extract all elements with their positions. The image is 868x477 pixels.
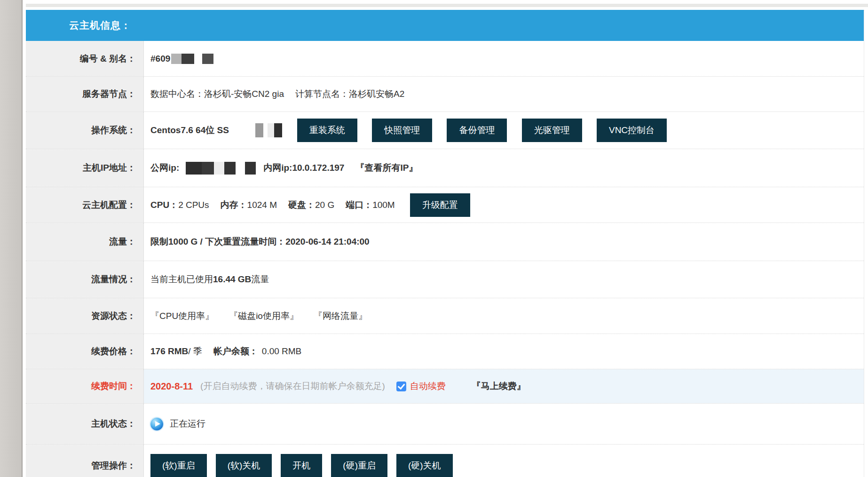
disk-label: 硬盘： bbox=[288, 199, 315, 211]
row-host-status: 主机状态： 正在运行 bbox=[26, 404, 864, 445]
traffic-limit-value: 限制1000 G / 下次重置流量时间：2020-06-14 21:04:00 bbox=[150, 236, 370, 248]
power-on-button[interactable]: 开机 bbox=[281, 454, 322, 477]
snapshot-manage-button[interactable]: 快照管理 bbox=[372, 119, 432, 142]
reinstall-system-button[interactable]: 重装系统 bbox=[297, 119, 357, 142]
row-renew-price: 续费价格： 176 RMB / 季 帐户余额： 0.00 RMB bbox=[26, 334, 864, 369]
host-status-value: 正在运行 bbox=[170, 418, 205, 430]
usage-prefix: 当前主机已使用 bbox=[150, 273, 213, 286]
row-server-node: 服务器节点： 数据中心名： 洛杉矶-安畅CN2 gia 计算节点名： 洛杉矶安畅… bbox=[26, 77, 864, 112]
row-label-host-status: 主机状态： bbox=[26, 404, 144, 444]
public-ip-label: 公网ip: bbox=[150, 162, 179, 174]
row-label-server-node: 服务器节点： bbox=[26, 77, 144, 111]
redacted-block bbox=[214, 162, 224, 175]
cpu-usage-link[interactable]: 『CPU使用率』 bbox=[150, 310, 214, 322]
usage-suffix: 流量 bbox=[251, 273, 269, 286]
disk-io-usage-link[interactable]: 『磁盘io使用率』 bbox=[229, 310, 299, 322]
auto-renew-checkbox[interactable] bbox=[396, 382, 406, 391]
row-label-id-alias: 编号 & 别名： bbox=[26, 41, 144, 76]
port-value: 100M bbox=[372, 200, 395, 210]
row-traffic: 流量： 限制1000 G / 下次重置流量时间：2020-06-14 21:04… bbox=[26, 223, 864, 261]
backup-manage-button[interactable]: 备份管理 bbox=[447, 119, 507, 142]
datacenter-value: 洛杉矶-安畅CN2 gia bbox=[204, 88, 284, 100]
cdrom-manage-button[interactable]: 光驱管理 bbox=[522, 119, 582, 142]
redacted-block bbox=[181, 54, 194, 64]
memory-value: 1024 M bbox=[247, 200, 277, 210]
row-renew-time: 续费时间： 2020-8-11 (开启自动续费，请确保在日期前帐户余额充足) 自… bbox=[26, 369, 864, 404]
upgrade-config-button[interactable]: 升级配置 bbox=[410, 193, 470, 217]
cloud-host-panel: 云主机信息： 编号 & 别名： #609 服务器节点： 数据中心名： 洛杉矶-安… bbox=[23, 0, 868, 477]
redacted-block bbox=[268, 123, 274, 137]
row-id-alias: 编号 & 别名： #609 bbox=[26, 41, 864, 77]
auto-renew-note: (开启自动续费，请确保在日期前帐户余额充足) bbox=[200, 380, 385, 392]
row-label-manage-actions: 管理操作： bbox=[26, 445, 144, 477]
view-all-ip-link[interactable]: 『查看所有IP』 bbox=[355, 162, 418, 174]
redacted-block bbox=[245, 162, 256, 175]
row-os: 操作系统： Centos7.6 64位 SS 重装系统 快照管理 备份管理 光驱… bbox=[26, 112, 864, 149]
os-button-group: 重装系统 快照管理 备份管理 光驱管理 VNC控制台 bbox=[297, 119, 679, 142]
hard-shutdown-button[interactable]: (硬)关机 bbox=[396, 454, 453, 477]
host-id: #609 bbox=[150, 54, 170, 64]
row-label-renew-time: 续费时间： bbox=[26, 369, 144, 403]
row-label-os: 操作系统： bbox=[26, 112, 144, 149]
row-label-config: 云主机配置： bbox=[26, 187, 144, 223]
cloud-host-info-table: 云主机信息： 编号 & 别名： #609 服务器节点： 数据中心名： 洛杉矶-安… bbox=[26, 10, 864, 477]
running-status-icon bbox=[150, 418, 163, 430]
cpu-label: CPU： bbox=[150, 199, 178, 211]
row-manage-actions: 管理操作： (软)重启 (软)关机 开机 (硬)重启 (硬)关机 bbox=[26, 445, 864, 477]
compute-node-value: 洛杉矶安畅A2 bbox=[349, 88, 404, 100]
vnc-console-button[interactable]: VNC控制台 bbox=[597, 119, 667, 142]
row-config: 云主机配置： CPU： 2 CPUs 内存： 1024 M 硬盘： 20 G 端… bbox=[26, 187, 864, 223]
row-label-traffic-usage: 流量情况： bbox=[26, 261, 144, 298]
row-traffic-usage: 流量情况： 当前主机已使用 16.44 GB 流量 bbox=[26, 261, 864, 298]
soft-reboot-button[interactable]: (软)重启 bbox=[150, 454, 207, 477]
redacted-block bbox=[202, 54, 213, 64]
redacted-block bbox=[186, 162, 202, 175]
panel-title: 云主机信息： bbox=[26, 10, 864, 41]
network-traffic-link[interactable]: 『网络流量』 bbox=[314, 310, 367, 322]
renew-now-link[interactable]: 『马上续费』 bbox=[472, 380, 526, 392]
row-host-ip: 主机IP地址： 公网ip: 内网ip:10.0.172.197 『查看所有IP』 bbox=[26, 149, 864, 187]
memory-label: 内存： bbox=[221, 199, 247, 211]
panel-title-text: 云主机信息： bbox=[69, 19, 131, 32]
redacted-block bbox=[202, 162, 214, 175]
redacted-block bbox=[255, 123, 263, 137]
page-left-margin bbox=[0, 0, 23, 477]
port-label: 端口： bbox=[346, 199, 372, 211]
redacted-block bbox=[224, 162, 236, 175]
datacenter-label: 数据中心名： bbox=[150, 88, 204, 100]
row-label-resource-status: 资源状态： bbox=[26, 298, 144, 334]
renew-date: 2020-8-11 bbox=[150, 381, 193, 392]
renew-price-period: / 季 bbox=[188, 345, 202, 358]
redacted-block bbox=[171, 54, 181, 64]
usage-amount: 16.44 GB bbox=[213, 274, 251, 285]
balance-value: 0.00 RMB bbox=[262, 346, 301, 357]
compute-node-label: 计算节点名： bbox=[295, 88, 349, 100]
row-label-traffic: 流量： bbox=[26, 223, 144, 261]
row-label-renew-price: 续费价格： bbox=[26, 334, 144, 369]
renew-price-value: 176 RMB bbox=[150, 346, 188, 357]
section-divider bbox=[26, 4, 868, 7]
row-resource-status: 资源状态： 『CPU使用率』 『磁盘io使用率』 『网络流量』 bbox=[26, 298, 864, 334]
hard-reboot-button[interactable]: (硬)重启 bbox=[331, 454, 387, 477]
soft-shutdown-button[interactable]: (软)关机 bbox=[216, 454, 272, 477]
balance-label: 帐户余额： bbox=[213, 345, 258, 358]
cpu-value: 2 CPUs bbox=[178, 200, 209, 210]
row-label-host-ip: 主机IP地址： bbox=[26, 149, 144, 187]
os-name: Centos7.6 64位 SS bbox=[150, 124, 229, 136]
auto-renew-label: 自动续费 bbox=[410, 380, 446, 392]
disk-value: 20 G bbox=[315, 200, 334, 210]
redacted-block bbox=[274, 123, 282, 137]
private-ip-value: 内网ip:10.0.172.197 bbox=[263, 162, 344, 174]
